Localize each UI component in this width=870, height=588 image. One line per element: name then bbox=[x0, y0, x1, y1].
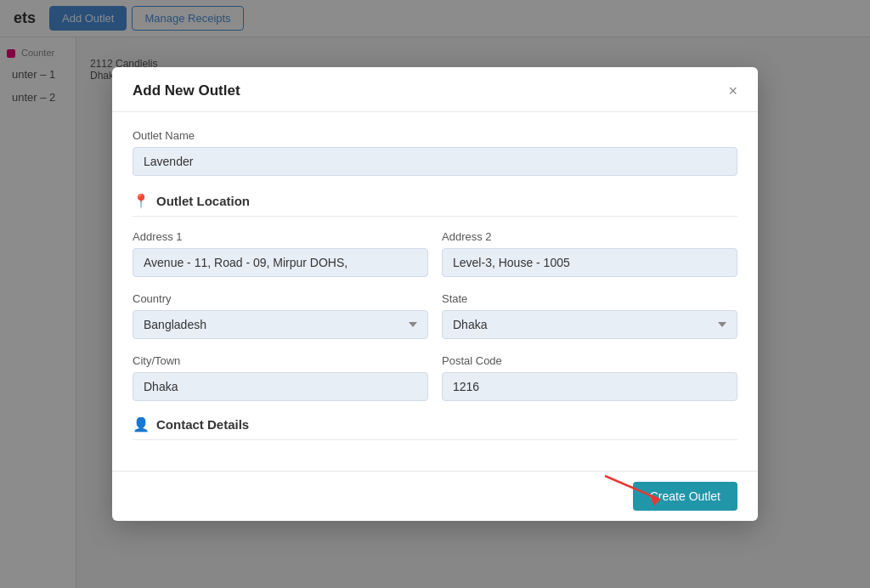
address1-group: Address 1 bbox=[133, 230, 428, 277]
outlet-name-input[interactable] bbox=[133, 147, 737, 176]
country-select[interactable]: Bangladesh India Pakistan USA bbox=[133, 310, 428, 339]
person-icon: 👤 bbox=[133, 416, 150, 433]
modal-body: Outlet Name 📍 Outlet Location Address 1 … bbox=[112, 112, 758, 471]
country-label: Country bbox=[133, 292, 428, 305]
city-group: City/Town bbox=[133, 354, 428, 401]
outlet-name-group: Outlet Name bbox=[133, 129, 737, 176]
postal-label: Postal Code bbox=[442, 354, 737, 367]
state-group: State Dhaka Chittagong Rajshahi Sylhet bbox=[442, 292, 737, 339]
city-postal-row: City/Town Postal Code bbox=[133, 354, 737, 416]
modal-close-button[interactable]: × bbox=[728, 83, 737, 99]
modal-header: Add New Outlet × bbox=[112, 67, 758, 112]
address-row: Address 1 Address 2 bbox=[133, 230, 737, 292]
address2-group: Address 2 bbox=[442, 230, 737, 277]
add-outlet-modal: Add New Outlet × Outlet Name 📍 Outlet Lo… bbox=[112, 67, 758, 521]
modal-overlay: Add New Outlet × Outlet Name 📍 Outlet Lo… bbox=[0, 0, 870, 588]
city-input[interactable] bbox=[133, 372, 428, 401]
modal-footer: Create Outlet bbox=[112, 471, 758, 521]
postal-group: Postal Code bbox=[442, 354, 737, 401]
outlet-location-label: Outlet Location bbox=[156, 194, 250, 208]
state-label: State bbox=[442, 292, 737, 305]
outlet-name-label: Outlet Name bbox=[133, 129, 737, 142]
address1-input[interactable] bbox=[133, 248, 428, 277]
address2-label: Address 2 bbox=[442, 230, 737, 243]
city-label: City/Town bbox=[133, 354, 428, 367]
location-pin-icon: 📍 bbox=[133, 193, 150, 209]
country-group: Country Bangladesh India Pakistan USA bbox=[133, 292, 428, 339]
state-select[interactable]: Dhaka Chittagong Rajshahi Sylhet bbox=[442, 310, 737, 339]
outlet-location-heading: 📍 Outlet Location bbox=[133, 193, 737, 217]
contact-details-heading: 👤 Contact Details bbox=[133, 416, 737, 440]
country-state-row: Country Bangladesh India Pakistan USA St… bbox=[133, 292, 737, 354]
address1-label: Address 1 bbox=[133, 230, 428, 243]
address2-input[interactable] bbox=[442, 248, 737, 277]
postal-input[interactable] bbox=[442, 372, 737, 401]
contact-details-label: Contact Details bbox=[156, 417, 249, 432]
create-outlet-button[interactable]: Create Outlet bbox=[633, 482, 737, 511]
modal-title: Add New Outlet bbox=[133, 82, 240, 99]
